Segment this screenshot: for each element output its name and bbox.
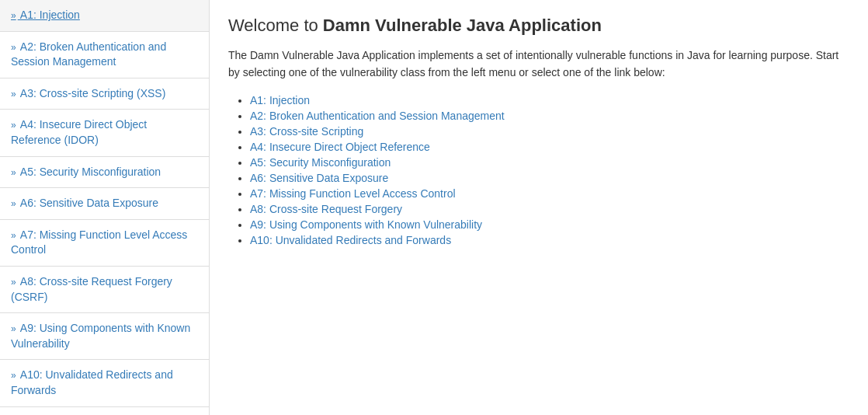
list-item: A8: Cross-site Request Forgery [250,203,849,215]
list-item: A9: Using Components with Known Vulnerab… [250,218,849,231]
chevron-icon: » [11,370,16,381]
sidebar-item-a1[interactable]: » A1: Injection [0,0,209,32]
link-a5-link[interactable]: A5: Security Misconfiguration [250,156,391,169]
list-item: A2: Broken Authentication and Session Ma… [250,110,849,122]
chevron-icon: » [11,230,16,241]
link-a8-link[interactable]: A8: Cross-site Request Forgery [250,203,402,215]
link-a7-link[interactable]: A7: Missing Function Level Access Contro… [250,187,456,200]
link-a4-link[interactable]: A4: Insecure Direct Object Reference [250,141,430,153]
main-content: Welcome to Damn Vulnerable Java Applicat… [210,0,868,415]
chevron-icon: » [11,89,16,99]
main-link-list: A1: InjectionA2: Broken Authentication a… [228,94,849,246]
title-bold: Damn Vulnerable Java Application [323,16,602,35]
sidebar: » A1: Injection» A2: Broken Authenticati… [0,0,210,415]
chevron-icon: » [11,120,16,131]
sidebar-item-a8[interactable]: » A8: Cross-site Request Forgery (CSRF) [0,267,209,313]
sidebar-item-a7[interactable]: » A7: Missing Function Level Access Cont… [0,220,209,267]
chevron-icon: » [11,198,16,209]
chevron-icon: » [11,42,16,53]
list-item: A3: Cross-site Scripting [250,125,849,138]
link-a9-link[interactable]: A9: Using Components with Known Vulnerab… [250,218,482,231]
title-prefix: Welcome to [228,16,323,35]
sidebar-item-a9[interactable]: » A9: Using Components with Known Vulner… [0,313,209,360]
list-item: A4: Insecure Direct Object Reference [250,141,849,153]
list-item: A5: Security Misconfiguration [250,156,849,169]
link-a1-link[interactable]: A1: Injection [250,94,310,106]
sidebar-item-a10[interactable]: » A10: Unvalidated Redirects and Forward… [0,360,209,406]
link-a2-link[interactable]: A2: Broken Authentication and Session Ma… [250,110,505,122]
list-item: A10: Unvalidated Redirects and Forwards [250,234,849,246]
chevron-icon: » [11,10,16,21]
list-item: A7: Missing Function Level Access Contro… [250,187,849,200]
sidebar-item-a4[interactable]: » A4: Insecure Direct Object Reference (… [0,110,209,156]
link-a6-link[interactable]: A6: Sensitive Data Exposure [250,172,388,184]
sidebar-item-a3[interactable]: » A3: Cross-site Scripting (XSS) [0,78,209,110]
intro-text: The Damn Vulnerable Java Application imp… [228,47,849,82]
link-a10-link[interactable]: A10: Unvalidated Redirects and Forwards [250,234,451,246]
chevron-icon: » [11,277,16,288]
sidebar-item-a2[interactable]: » A2: Broken Authentication and Session … [0,32,209,78]
chevron-icon: » [11,167,16,178]
list-item: A6: Sensitive Data Exposure [250,172,849,184]
sidebar-item-a6[interactable]: » A6: Sensitive Data Exposure [0,188,209,220]
sidebar-item-a5[interactable]: » A5: Security Misconfiguration [0,157,209,189]
list-item: A1: Injection [250,94,849,106]
page-title: Welcome to Damn Vulnerable Java Applicat… [228,16,849,36]
link-a3-link[interactable]: A3: Cross-site Scripting [250,125,363,138]
chevron-icon: » [11,323,16,334]
